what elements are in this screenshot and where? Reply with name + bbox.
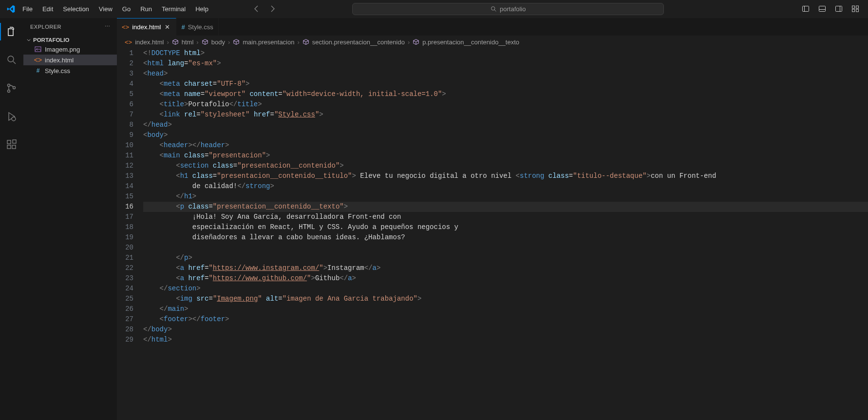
code-line[interactable]: </h1>	[143, 191, 868, 202]
menu-view[interactable]: View	[94, 2, 117, 16]
chevron-right-icon: ›	[297, 38, 299, 46]
gutter: 1234567891011121314151617181920212223242…	[117, 48, 143, 420]
activity-extensions[interactable]	[0, 136, 23, 153]
more-icon[interactable]: ⋯	[105, 23, 111, 30]
close-icon[interactable]: ✕	[164, 22, 171, 32]
file-item[interactable]: <>index.html	[23, 55, 117, 65]
nav-back-icon[interactable]	[252, 5, 260, 13]
code-line[interactable]	[143, 243, 868, 253]
code-line[interactable]: <footer></footer>	[143, 314, 868, 325]
activity-search[interactable]	[0, 51, 23, 69]
layout-grid-icon[interactable]	[851, 5, 859, 13]
code-line[interactable]: diseñadores a llevar a cabo buenas ideas…	[143, 232, 868, 243]
svg-point-12	[8, 56, 14, 62]
tab[interactable]: #Style.css	[176, 18, 218, 36]
code-area[interactable]: 1234567891011121314151617181920212223242…	[117, 48, 868, 420]
code-line[interactable]: <body>	[143, 130, 868, 140]
file-item[interactable]: Imagem.png	[23, 44, 117, 55]
layout-right-icon[interactable]	[835, 5, 843, 13]
file-item[interactable]: #Style.css	[23, 65, 117, 76]
menu-bar: FileEditSelectionViewGoRunTerminalHelp	[18, 2, 213, 16]
activity-run-debug[interactable]	[0, 108, 23, 125]
menu-terminal[interactable]: Terminal	[157, 2, 190, 16]
breadcrumb-item[interactable]: main.presentacion	[243, 38, 294, 46]
code-line[interactable]: <img src="Imagem.png" alt="imagen de Ana…	[143, 294, 868, 304]
svg-rect-20	[12, 145, 16, 149]
code-line[interactable]: </main>	[143, 304, 868, 314]
svg-rect-21	[13, 140, 16, 143]
file-icon: <>	[122, 23, 129, 31]
nav-arrows	[252, 5, 277, 13]
code-line[interactable]: especialización en React, HTML y CSS. Ay…	[143, 222, 868, 232]
menu-help[interactable]: Help	[190, 2, 213, 16]
svg-point-0	[491, 6, 495, 10]
code-line[interactable]: </html>	[143, 335, 868, 345]
breadcrumbs[interactable]: <>index.html›html›body›main.presentacion…	[117, 36, 868, 48]
code-line[interactable]: <title>Portafolio</title>	[143, 99, 868, 110]
html-icon: <>	[34, 56, 42, 64]
breadcrumb-item[interactable]: index.html	[135, 38, 164, 46]
tabs: <>index.html✕#Style.css	[117, 18, 868, 36]
activity-explorer[interactable]	[0, 23, 23, 40]
code-line[interactable]: <main class="presentacion">	[143, 151, 868, 161]
breadcrumb-item[interactable]: html	[182, 38, 194, 46]
svg-line-13	[13, 61, 16, 64]
activity-source-control[interactable]	[0, 79, 23, 97]
svg-rect-8	[852, 6, 855, 8]
menu-selection[interactable]: Selection	[58, 2, 94, 16]
search-box[interactable]: portafolio	[352, 3, 664, 15]
code[interactable]: <!DOCTYPE html><html lang="es-mx"><head>…	[143, 48, 868, 420]
sidebar-title: EXPLORER	[30, 24, 61, 30]
menu-go[interactable]: Go	[117, 2, 135, 16]
menu-run[interactable]: Run	[135, 2, 157, 16]
code-line[interactable]: </p>	[143, 253, 868, 263]
layout-left-icon[interactable]	[802, 5, 810, 13]
code-line[interactable]: <link rel="stylesheet" href="Style.css">	[143, 110, 868, 120]
image-icon	[34, 45, 42, 53]
search-icon	[491, 6, 497, 12]
sidebar-header: EXPLORER ⋯	[23, 18, 117, 35]
code-line[interactable]: <a href="https://www.instagram.com/">Ins…	[143, 263, 868, 273]
code-line[interactable]: <section class="presentacion__contenido"…	[143, 161, 868, 171]
svg-line-1	[494, 10, 496, 11]
menu-edit[interactable]: Edit	[38, 2, 58, 16]
layout-bottom-icon[interactable]	[818, 5, 826, 13]
breadcrumb-icon	[233, 38, 240, 45]
breadcrumb-item[interactable]: body	[211, 38, 225, 46]
breadcrumb-icon	[413, 38, 419, 45]
code-line[interactable]: ¡Hola! Soy Ana García, desarrolladora Fr…	[143, 212, 868, 222]
titlebar-right	[802, 5, 864, 13]
code-line[interactable]: de calidad!</strong>	[143, 181, 868, 191]
svg-rect-18	[7, 140, 11, 144]
code-line[interactable]: <p class="presentacion__contenido__texto…	[143, 202, 868, 212]
code-line[interactable]: <meta name="viewport" content="width=dev…	[143, 89, 868, 99]
code-line[interactable]: </body>	[143, 325, 868, 335]
tab-label: index.html	[132, 23, 161, 31]
chevron-down-icon	[26, 38, 31, 42]
sidebar-folder[interactable]: PORTAFOLIO	[23, 36, 117, 44]
code-line[interactable]: <h1 class="presentacion__contenido__titu…	[143, 171, 868, 181]
nav-forward-icon[interactable]	[269, 5, 277, 13]
code-line[interactable]: </head>	[143, 120, 868, 130]
breadcrumb-item[interactable]: p.presentacion__contenido__texto	[422, 38, 519, 46]
chevron-right-icon: ›	[167, 38, 169, 46]
file-name: Style.css	[45, 67, 70, 75]
code-line[interactable]: <html lang="es-mx">	[143, 58, 868, 69]
menu-file[interactable]: File	[18, 2, 38, 16]
vscode-logo-icon	[4, 5, 18, 13]
svg-rect-9	[856, 6, 859, 8]
code-line[interactable]: <meta charset="UTF-8">	[143, 79, 868, 89]
file-name: index.html	[45, 57, 74, 64]
svg-rect-6	[836, 6, 842, 12]
activity-bar	[0, 18, 23, 420]
code-line[interactable]: </section>	[143, 284, 868, 294]
search-text: portafolio	[500, 5, 526, 13]
tab[interactable]: <>index.html✕	[117, 18, 176, 36]
breadcrumb-item[interactable]: section.presentacion__contenido	[312, 38, 405, 46]
code-line[interactable]: <header></header>	[143, 140, 868, 151]
svg-point-15	[8, 90, 10, 93]
code-line[interactable]: <!DOCTYPE html>	[143, 48, 868, 58]
code-line[interactable]: <a href="https://www.github.com/">Github…	[143, 273, 868, 284]
code-line[interactable]: <head>	[143, 69, 868, 79]
file-icon: #	[181, 23, 185, 31]
